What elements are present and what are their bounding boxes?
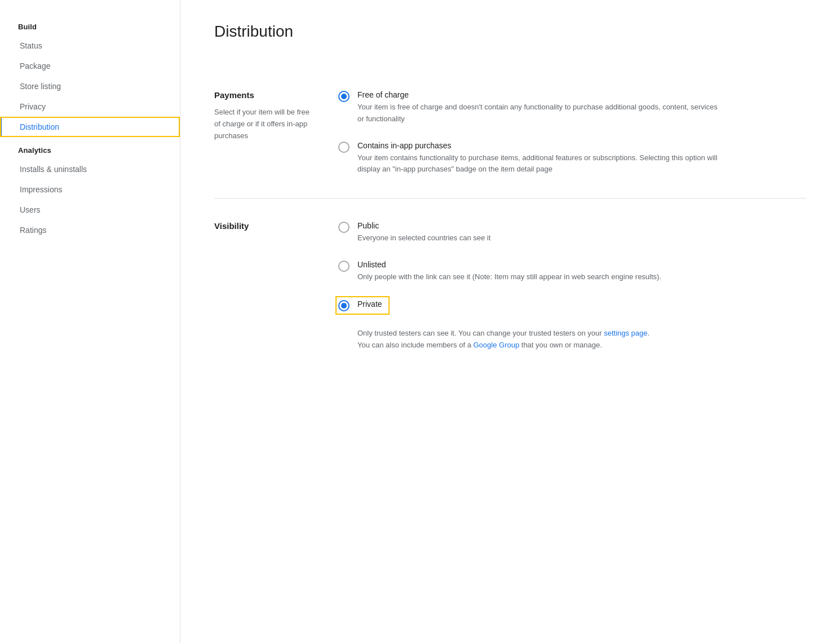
private-option[interactable]: Private: [338, 299, 806, 312]
payments-description: Select if your item will be free of char…: [214, 107, 316, 142]
visibility-title: Visibility: [214, 221, 316, 231]
in-app-purchases-title: Contains in-app purchases: [357, 141, 718, 150]
main-content: Distribution Payments Select if your ite…: [180, 0, 840, 643]
visibility-options: Public Everyone in selected countries ca…: [338, 221, 806, 351]
private-desc-prefix: Only trusted testers can see it. You can…: [357, 329, 604, 337]
sidebar: Build Status Package Store listing Priva…: [0, 0, 180, 643]
in-app-purchases-desc: Your item contains functionality to purc…: [357, 152, 718, 176]
public-content: Public Everyone in selected countries ca…: [357, 221, 490, 244]
payments-title: Payments: [214, 90, 316, 100]
unlisted-radio[interactable]: [338, 261, 350, 272]
visibility-label-col: Visibility: [214, 221, 338, 351]
visibility-section: Visibility Public Everyone in selected c…: [214, 199, 806, 373]
private-desc-suffix: that you own or manage.: [519, 341, 602, 349]
free-of-charge-title: Free of charge: [357, 90, 718, 99]
sidebar-item-users[interactable]: Users: [0, 200, 180, 220]
payments-options: Free of charge Your item is free of char…: [338, 90, 806, 175]
free-of-charge-desc: Your item is free of charge and doesn't …: [357, 102, 718, 125]
private-title: Private: [357, 300, 382, 309]
sidebar-item-impressions[interactable]: Impressions: [0, 179, 180, 200]
private-description-block: Only trusted testers can see it. You can…: [357, 328, 806, 351]
unlisted-desc: Only people with the link can see it (No…: [357, 271, 661, 283]
sidebar-item-distribution[interactable]: Distribution: [0, 117, 180, 137]
public-desc: Everyone in selected countries can see i…: [357, 232, 490, 244]
sidebar-item-store-listing[interactable]: Store listing: [0, 76, 180, 96]
private-radio[interactable]: [338, 300, 350, 311]
unlisted-title: Unlisted: [357, 260, 661, 269]
unlisted-content: Unlisted Only people with the link can s…: [357, 260, 661, 283]
sidebar-analytics-section: Analytics: [0, 137, 180, 159]
sidebar-item-status[interactable]: Status: [0, 36, 180, 56]
private-desc: Only trusted testers can see it. You can…: [357, 328, 718, 351]
google-group-link[interactable]: Google Group: [473, 341, 519, 349]
sidebar-build-section: Build: [0, 14, 180, 36]
free-of-charge-option[interactable]: Free of charge Your item is free of char…: [338, 90, 806, 125]
unlisted-option[interactable]: Unlisted Only people with the link can s…: [338, 260, 806, 283]
settings-page-link[interactable]: settings page: [604, 329, 647, 337]
payments-section: Payments Select if your item will be fre…: [214, 68, 806, 199]
sidebar-item-package[interactable]: Package: [0, 56, 180, 76]
payments-label-col: Payments Select if your item will be fre…: [214, 90, 338, 175]
page-title: Distribution: [214, 23, 806, 41]
public-title: Public: [357, 221, 490, 230]
in-app-purchases-radio[interactable]: [338, 142, 350, 153]
sidebar-item-ratings[interactable]: Ratings: [0, 220, 180, 240]
sidebar-item-privacy[interactable]: Privacy: [0, 96, 180, 117]
in-app-purchases-content: Contains in-app purchases Your item cont…: [357, 141, 718, 176]
in-app-purchases-option[interactable]: Contains in-app purchases Your item cont…: [338, 141, 806, 176]
public-option[interactable]: Public Everyone in selected countries ca…: [338, 221, 806, 244]
free-of-charge-radio[interactable]: [338, 91, 350, 102]
free-of-charge-content: Free of charge Your item is free of char…: [357, 90, 718, 125]
sidebar-item-installs-uninstalls[interactable]: Installs & uninstalls: [0, 159, 180, 179]
private-highlighted-row: Private: [338, 299, 387, 312]
public-radio[interactable]: [338, 222, 350, 233]
